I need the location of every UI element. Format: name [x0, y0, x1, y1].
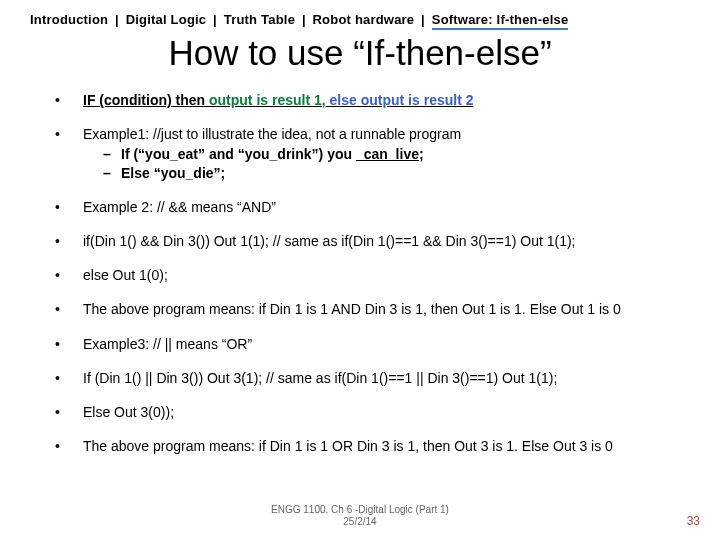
- example3-l3: Else Out 3(0));: [55, 403, 690, 421]
- example3-group: Example3: // || means “OR” If (Din 1() |…: [55, 335, 690, 456]
- example1-if-text: If (“you_eat” and “you_drink”) you: [121, 146, 356, 162]
- breadcrumb-sep: |: [115, 12, 119, 27]
- breadcrumb-item: Truth Table: [224, 12, 295, 27]
- breadcrumb-item: Robot hardware: [313, 12, 415, 27]
- syntax-bullet: IF (condition) then output is result 1, …: [55, 91, 690, 109]
- syntax-else: else output is result 2: [326, 92, 474, 108]
- example1-if-underlined: _can_live: [356, 146, 419, 162]
- example1-header: Example1: //just to illustrate the idea,…: [83, 126, 461, 142]
- breadcrumb-sep: |: [302, 12, 306, 27]
- breadcrumb-item: Introduction: [30, 12, 108, 27]
- footer-line1: ENGG 1100. Ch 6 -Digital Logic (Part 1): [0, 504, 720, 516]
- bullet-list: IF (condition) then output is result 1, …: [55, 91, 690, 182]
- example3-l1: Example3: // || means “OR”: [55, 335, 690, 353]
- example2-group: Example 2: // && means “AND” if(Din 1() …: [55, 198, 690, 319]
- example3-l4: The above program means: if Din 1 is 1 O…: [55, 437, 690, 455]
- example1-bullet: Example1: //just to illustrate the idea,…: [55, 125, 690, 182]
- example1-if-line: If (“you_eat” and “you_drink”) you _can_…: [103, 145, 690, 163]
- breadcrumb-sep: |: [213, 12, 217, 27]
- footer-line2: 25/2/14: [0, 516, 720, 528]
- page-title: How to use “If-then-else”: [30, 33, 690, 73]
- slide: Introduction | Digital Logic | Truth Tab…: [0, 0, 720, 540]
- breadcrumb: Introduction | Digital Logic | Truth Tab…: [30, 12, 690, 27]
- example2-l2: if(Din 1() && Din 3()) Out 1(1); // same…: [55, 232, 690, 250]
- footer: ENGG 1100. Ch 6 -Digital Logic (Part 1) …: [0, 504, 720, 528]
- example2-l4: The above program means: if Din 1 is 1 A…: [55, 300, 690, 318]
- example3-l2: If (Din 1() || Din 3()) Out 3(1); // sam…: [55, 369, 690, 387]
- example1-else-line: Else “you_die”;: [103, 164, 690, 182]
- example2-l3: else Out 1(0);: [55, 266, 690, 284]
- syntax-if: IF (condition) then: [83, 92, 205, 108]
- page-number: 33: [687, 514, 700, 528]
- syntax-line: IF (condition) then output is result 1, …: [83, 92, 474, 108]
- breadcrumb-sep: |: [421, 12, 425, 27]
- example1-sub: If (“you_eat” and “you_drink”) you _can_…: [103, 145, 690, 181]
- breadcrumb-item: Digital Logic: [126, 12, 207, 27]
- breadcrumb-item-active: Software: If-then-else: [432, 12, 569, 30]
- example1-if-tail: ;: [419, 146, 424, 162]
- example2-l1: Example 2: // && means “AND”: [55, 198, 690, 216]
- syntax-result1: output is result 1,: [205, 92, 326, 108]
